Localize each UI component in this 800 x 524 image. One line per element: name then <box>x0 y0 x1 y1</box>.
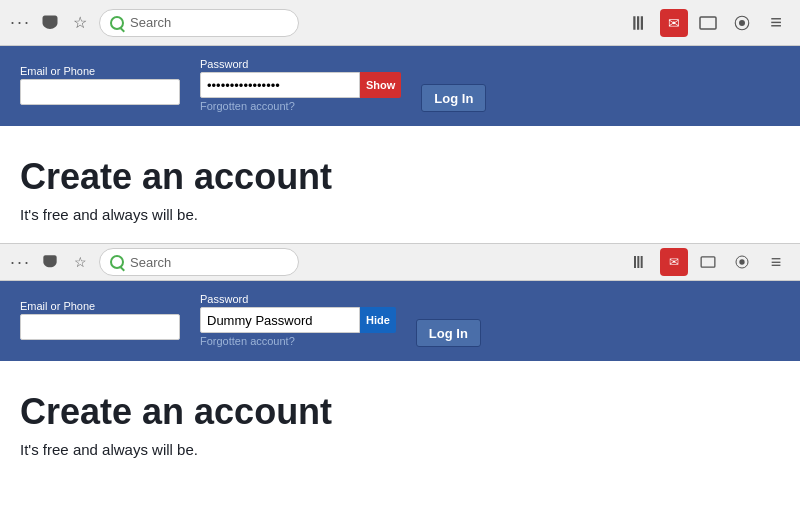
email-icon-1[interactable]: ✉ <box>660 9 688 37</box>
svg-rect-1 <box>637 16 639 30</box>
create-account-subtitle-2: It's free and always will be. <box>20 441 780 458</box>
fb-header-2: Email or Phone Password Hide Forgotten a… <box>0 281 800 361</box>
show-password-button-1[interactable]: Show <box>360 72 401 98</box>
create-account-title-2: Create an account <box>20 391 780 433</box>
sync-icon-2[interactable] <box>728 248 756 276</box>
reader-icon-2[interactable] <box>694 248 722 276</box>
browser-menu-dots-2[interactable]: ··· <box>10 252 31 273</box>
svg-rect-3 <box>700 17 716 29</box>
svg-point-10 <box>739 259 744 264</box>
email-label-2: Email or Phone <box>20 300 180 312</box>
login-button-2[interactable]: Log In <box>416 319 481 347</box>
email-group-1: Email or Phone <box>20 65 180 105</box>
email-input-2[interactable] <box>20 314 180 340</box>
svg-rect-0 <box>633 16 635 30</box>
password-wrapper-2: Hide <box>200 307 396 333</box>
password-input-2[interactable] <box>200 307 360 333</box>
password-section-1: Password Show Forgotten account? <box>200 58 401 112</box>
password-group-1: Password Show <box>200 58 401 98</box>
svg-rect-7 <box>637 256 639 268</box>
svg-rect-9 <box>701 257 715 267</box>
pocket-icon-2[interactable] <box>39 251 61 273</box>
right-icons-2: ✉ ≡ <box>626 248 790 276</box>
svg-rect-2 <box>641 16 643 30</box>
star-icon-1[interactable]: ☆ <box>69 12 91 34</box>
right-icons-1: ✉ ≡ <box>626 9 790 37</box>
pocket-icon-1[interactable] <box>39 12 61 34</box>
password-group-2: Password Hide <box>200 293 396 333</box>
url-search-bar-2[interactable]: Search <box>99 248 299 276</box>
library-icon-1[interactable] <box>626 9 654 37</box>
create-account-subtitle-1: It's free and always will be. <box>20 206 780 223</box>
forgotten-account-link-2[interactable]: Forgotten account? <box>200 335 396 347</box>
svg-rect-8 <box>641 256 643 268</box>
sync-icon-1[interactable] <box>728 9 756 37</box>
password-label-1: Password <box>200 58 401 70</box>
forgotten-account-link-1[interactable]: Forgotten account? <box>200 100 401 112</box>
browser-chrome-bar-1: ··· ☆ Search ✉ ≡ <box>0 0 800 46</box>
reader-icon-1[interactable] <box>694 9 722 37</box>
browser-chrome-bar-2: ··· ☆ Search ✉ ≡ <box>0 243 800 281</box>
svg-point-4 <box>739 20 745 26</box>
menu-icon-1[interactable]: ≡ <box>762 9 790 37</box>
search-text-1: Search <box>130 15 171 30</box>
star-icon-2[interactable]: ☆ <box>69 251 91 273</box>
fb-header-1: Email or Phone Password Show Forgotten a… <box>0 46 800 126</box>
password-label-2: Password <box>200 293 396 305</box>
create-account-title-1: Create an account <box>20 156 780 198</box>
password-section-2: Password Hide Forgotten account? <box>200 293 396 347</box>
password-input-1[interactable] <box>200 72 360 98</box>
browser-menu-dots-1[interactable]: ··· <box>10 12 31 33</box>
svg-rect-6 <box>634 256 636 268</box>
email-icon-2[interactable]: ✉ <box>660 248 688 276</box>
library-icon-2[interactable] <box>626 248 654 276</box>
search-icon-2 <box>110 255 124 269</box>
url-search-bar-1[interactable]: Search <box>99 9 299 37</box>
page-content-2: Create an account It's free and always w… <box>0 361 800 458</box>
search-icon-1 <box>110 16 124 30</box>
login-button-1[interactable]: Log In <box>421 84 486 112</box>
email-label-1: Email or Phone <box>20 65 180 77</box>
menu-icon-2[interactable]: ≡ <box>762 248 790 276</box>
hide-password-button-2[interactable]: Hide <box>360 307 396 333</box>
page-content-1: Create an account It's free and always w… <box>0 126 800 243</box>
email-group-2: Email or Phone <box>20 300 180 340</box>
password-wrapper-1: Show <box>200 72 401 98</box>
email-input-1[interactable] <box>20 79 180 105</box>
search-text-2: Search <box>130 255 171 270</box>
